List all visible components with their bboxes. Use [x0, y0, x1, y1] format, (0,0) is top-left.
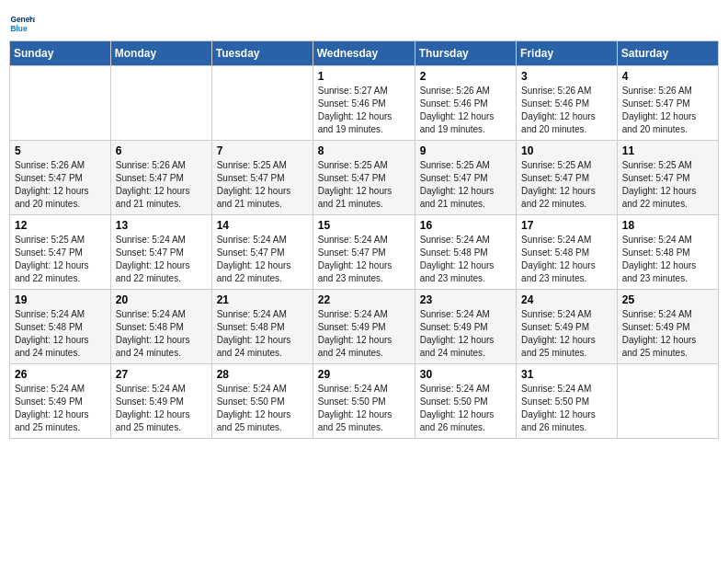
col-header-friday: Friday — [517, 41, 618, 66]
day-number: 10 — [521, 144, 612, 157]
day-detail: Sunrise: 5:25 AM Sunset: 5:47 PM Dayligh… — [15, 234, 106, 285]
calendar-cell: 16Sunrise: 5:24 AM Sunset: 5:48 PM Dayli… — [415, 215, 516, 290]
week-row-3: 12Sunrise: 5:25 AM Sunset: 5:47 PM Dayli… — [10, 215, 719, 290]
day-number: 26 — [15, 368, 106, 381]
day-number: 31 — [521, 368, 612, 381]
calendar-cell: 2Sunrise: 5:26 AM Sunset: 5:46 PM Daylig… — [415, 66, 516, 141]
day-detail: Sunrise: 5:24 AM Sunset: 5:48 PM Dayligh… — [622, 234, 713, 285]
day-number: 2 — [420, 70, 511, 83]
calendar-cell: 31Sunrise: 5:24 AM Sunset: 5:50 PM Dayli… — [517, 364, 618, 439]
calendar-cell: 9Sunrise: 5:25 AM Sunset: 5:47 PM Daylig… — [415, 141, 516, 215]
week-row-2: 5Sunrise: 5:26 AM Sunset: 5:47 PM Daylig… — [10, 141, 719, 215]
day-detail: Sunrise: 5:24 AM Sunset: 5:50 PM Dayligh… — [521, 383, 612, 434]
day-number: 18 — [622, 219, 713, 232]
day-detail: Sunrise: 5:24 AM Sunset: 5:48 PM Dayligh… — [15, 308, 106, 360]
day-number: 29 — [318, 368, 410, 381]
logo: General Blue — [9, 9, 39, 35]
calendar-cell: 27Sunrise: 5:24 AM Sunset: 5:49 PM Dayli… — [110, 364, 211, 439]
col-header-saturday: Saturday — [617, 41, 718, 66]
day-detail: Sunrise: 5:24 AM Sunset: 5:50 PM Dayligh… — [318, 383, 410, 434]
day-number: 8 — [318, 144, 410, 157]
calendar-cell: 8Sunrise: 5:25 AM Sunset: 5:47 PM Daylig… — [313, 141, 415, 215]
day-detail: Sunrise: 5:26 AM Sunset: 5:46 PM Dayligh… — [420, 85, 511, 136]
day-number: 25 — [622, 293, 713, 306]
calendar-cell: 24Sunrise: 5:24 AM Sunset: 5:49 PM Dayli… — [517, 290, 618, 364]
header-row: SundayMondayTuesdayWednesdayThursdayFrid… — [10, 41, 719, 66]
col-header-tuesday: Tuesday — [211, 41, 313, 66]
day-detail: Sunrise: 5:26 AM Sunset: 5:47 PM Dayligh… — [15, 159, 106, 211]
calendar-cell — [617, 364, 718, 439]
day-detail: Sunrise: 5:27 AM Sunset: 5:46 PM Dayligh… — [318, 85, 410, 136]
calendar-cell: 17Sunrise: 5:24 AM Sunset: 5:48 PM Dayli… — [517, 215, 618, 290]
calendar-cell: 5Sunrise: 5:26 AM Sunset: 5:47 PM Daylig… — [10, 141, 111, 215]
day-number: 20 — [116, 293, 207, 306]
logo-icon: General Blue — [9, 9, 35, 35]
day-number: 21 — [217, 293, 308, 306]
week-row-1: 1Sunrise: 5:27 AM Sunset: 5:46 PM Daylig… — [10, 66, 719, 141]
day-number: 5 — [15, 144, 106, 157]
calendar-cell: 13Sunrise: 5:24 AM Sunset: 5:47 PM Dayli… — [110, 215, 211, 290]
day-detail: Sunrise: 5:24 AM Sunset: 5:47 PM Dayligh… — [217, 234, 308, 285]
day-number: 19 — [15, 293, 106, 306]
calendar-cell: 18Sunrise: 5:24 AM Sunset: 5:48 PM Dayli… — [617, 215, 718, 290]
day-number: 12 — [15, 219, 106, 232]
day-number: 1 — [318, 70, 410, 83]
day-detail: Sunrise: 5:24 AM Sunset: 5:49 PM Dayligh… — [420, 308, 511, 360]
day-number: 11 — [622, 144, 713, 157]
week-row-4: 19Sunrise: 5:24 AM Sunset: 5:48 PM Dayli… — [10, 290, 719, 364]
calendar-cell: 15Sunrise: 5:24 AM Sunset: 5:47 PM Dayli… — [313, 215, 415, 290]
svg-text:General: General — [10, 15, 35, 24]
col-header-monday: Monday — [110, 41, 211, 66]
day-detail: Sunrise: 5:25 AM Sunset: 5:47 PM Dayligh… — [521, 159, 612, 211]
day-number: 14 — [217, 219, 308, 232]
day-detail: Sunrise: 5:24 AM Sunset: 5:49 PM Dayligh… — [521, 308, 612, 360]
col-header-sunday: Sunday — [10, 41, 111, 66]
calendar-cell: 11Sunrise: 5:25 AM Sunset: 5:47 PM Dayli… — [617, 141, 718, 215]
day-number: 28 — [217, 368, 308, 381]
calendar-cell: 23Sunrise: 5:24 AM Sunset: 5:49 PM Dayli… — [415, 290, 516, 364]
week-row-5: 26Sunrise: 5:24 AM Sunset: 5:49 PM Dayli… — [10, 364, 719, 439]
svg-text:Blue: Blue — [10, 24, 27, 33]
day-detail: Sunrise: 5:24 AM Sunset: 5:49 PM Dayligh… — [116, 383, 207, 434]
calendar-cell: 21Sunrise: 5:24 AM Sunset: 5:48 PM Dayli… — [211, 290, 313, 364]
day-detail: Sunrise: 5:24 AM Sunset: 5:47 PM Dayligh… — [318, 234, 410, 285]
day-detail: Sunrise: 5:24 AM Sunset: 5:48 PM Dayligh… — [116, 308, 207, 360]
day-number: 23 — [420, 293, 511, 306]
calendar-cell: 3Sunrise: 5:26 AM Sunset: 5:46 PM Daylig… — [517, 66, 618, 141]
day-detail: Sunrise: 5:24 AM Sunset: 5:48 PM Dayligh… — [521, 234, 612, 285]
day-detail: Sunrise: 5:24 AM Sunset: 5:49 PM Dayligh… — [318, 308, 410, 360]
calendar-cell: 25Sunrise: 5:24 AM Sunset: 5:49 PM Dayli… — [617, 290, 718, 364]
calendar-cell: 20Sunrise: 5:24 AM Sunset: 5:48 PM Dayli… — [110, 290, 211, 364]
day-number: 6 — [116, 144, 207, 157]
calendar-cell: 28Sunrise: 5:24 AM Sunset: 5:50 PM Dayli… — [211, 364, 313, 439]
day-detail: Sunrise: 5:24 AM Sunset: 5:50 PM Dayligh… — [420, 383, 511, 434]
calendar-cell: 26Sunrise: 5:24 AM Sunset: 5:49 PM Dayli… — [10, 364, 111, 439]
day-number: 13 — [116, 219, 207, 232]
calendar-cell: 22Sunrise: 5:24 AM Sunset: 5:49 PM Dayli… — [313, 290, 415, 364]
day-number: 22 — [318, 293, 410, 306]
day-detail: Sunrise: 5:26 AM Sunset: 5:46 PM Dayligh… — [521, 85, 612, 136]
calendar-cell: 4Sunrise: 5:26 AM Sunset: 5:47 PM Daylig… — [617, 66, 718, 141]
day-number: 24 — [521, 293, 612, 306]
calendar-cell: 19Sunrise: 5:24 AM Sunset: 5:48 PM Dayli… — [10, 290, 111, 364]
day-number: 17 — [521, 219, 612, 232]
calendar-cell: 10Sunrise: 5:25 AM Sunset: 5:47 PM Dayli… — [517, 141, 618, 215]
day-detail: Sunrise: 5:25 AM Sunset: 5:47 PM Dayligh… — [420, 159, 511, 211]
calendar-cell — [110, 66, 211, 141]
calendar-cell — [211, 66, 313, 141]
col-header-wednesday: Wednesday — [313, 41, 415, 66]
day-number: 27 — [116, 368, 207, 381]
day-detail: Sunrise: 5:24 AM Sunset: 5:48 PM Dayligh… — [420, 234, 511, 285]
day-detail: Sunrise: 5:26 AM Sunset: 5:47 PM Dayligh… — [116, 159, 207, 211]
day-number: 7 — [217, 144, 308, 157]
day-detail: Sunrise: 5:24 AM Sunset: 5:48 PM Dayligh… — [217, 308, 308, 360]
day-number: 4 — [622, 70, 713, 83]
calendar-cell: 12Sunrise: 5:25 AM Sunset: 5:47 PM Dayli… — [10, 215, 111, 290]
day-number: 9 — [420, 144, 511, 157]
calendar-cell: 6Sunrise: 5:26 AM Sunset: 5:47 PM Daylig… — [110, 141, 211, 215]
day-detail: Sunrise: 5:24 AM Sunset: 5:49 PM Dayligh… — [622, 308, 713, 360]
day-number: 16 — [420, 219, 511, 232]
calendar-cell: 29Sunrise: 5:24 AM Sunset: 5:50 PM Dayli… — [313, 364, 415, 439]
calendar-cell: 7Sunrise: 5:25 AM Sunset: 5:47 PM Daylig… — [211, 141, 313, 215]
day-detail: Sunrise: 5:26 AM Sunset: 5:47 PM Dayligh… — [622, 85, 713, 136]
